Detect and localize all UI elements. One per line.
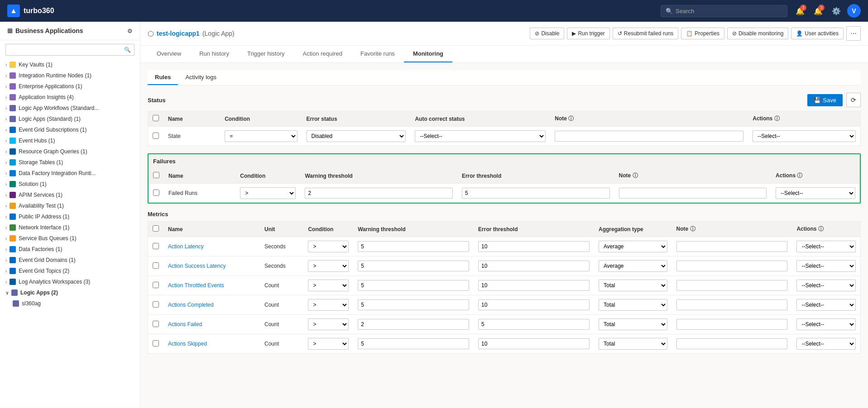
more-options-button[interactable]: ···	[846, 26, 861, 41]
metrics-row-checkbox-2[interactable]	[153, 282, 159, 288]
metrics-name-link-1[interactable]: Action Success Latency	[168, 263, 225, 269]
sidebar-item-key-vaults[interactable]: › Key Vaults (1)	[0, 59, 140, 70]
metrics-aggregation-select-4[interactable]: AverageTotalCountMinMax	[599, 318, 667, 330]
sub-tab-activity-logs[interactable]: Activity logs	[178, 70, 224, 85]
sidebar-item-public-ip[interactable]: › Public IP Address (1)	[0, 211, 140, 222]
metrics-actions-select-5[interactable]: --Select--NotifyAuto-fix	[796, 338, 856, 350]
metrics-error-input-1[interactable]	[478, 261, 590, 271]
metrics-note-input-0[interactable]	[676, 241, 788, 252]
metrics-warning-input-5[interactable]	[358, 338, 469, 349]
sidebar-item-event-grid-topics[interactable]: › Event Grid Topics (2)	[0, 266, 140, 276]
user-activities-button[interactable]: 👤 User activities	[791, 28, 844, 39]
sidebar-item-network-interface[interactable]: › Network Interface (1)	[0, 222, 140, 233]
failures-select-all-checkbox[interactable]	[153, 172, 159, 178]
sidebar-search-input[interactable]	[5, 44, 134, 56]
metrics-error-input-5[interactable]	[478, 338, 590, 349]
metrics-aggregation-select-0[interactable]: AverageTotalCountMinMax	[599, 241, 667, 252]
sidebar-item-logic-apps[interactable]: ∨ Logic Apps (2)	[0, 287, 140, 298]
global-search[interactable]: 🔍	[661, 5, 787, 17]
save-button[interactable]: 💾 Save	[807, 94, 843, 106]
sidebar-item-log-analytics[interactable]: › Log Analytics Workspaces (3)	[0, 276, 140, 287]
metrics-actions-select-3[interactable]: --Select--NotifyAuto-fix	[796, 299, 856, 311]
metrics-warning-input-3[interactable]	[358, 299, 469, 310]
metrics-actions-select-4[interactable]: --Select--NotifyAuto-fix	[796, 318, 856, 330]
sidebar-item-logic-apps-std[interactable]: › Logic Apps (Standard) (1)	[0, 114, 140, 124]
metrics-note-input-2[interactable]	[676, 280, 788, 291]
metrics-name-link-0[interactable]: Action Latency	[168, 243, 204, 250]
metrics-name-link-3[interactable]: Actions Completed	[168, 302, 214, 308]
metrics-aggregation-select-5[interactable]: AverageTotalCountMinMax	[599, 338, 667, 350]
metrics-row-checkbox-5[interactable]	[153, 340, 159, 346]
status-error-status-select[interactable]: Disabled Enabled Running Stopped	[307, 130, 406, 142]
metrics-aggregation-select-1[interactable]: AverageTotalCountMinMax	[599, 260, 667, 272]
settings-icon[interactable]: ⚙️	[829, 4, 844, 18]
tab-action-required[interactable]: Action required	[294, 46, 351, 62]
metrics-aggregation-select-2[interactable]: AverageTotalCountMinMax	[599, 280, 667, 291]
search-input[interactable]	[676, 8, 782, 14]
metrics-condition-select-5[interactable]: ><>=<==	[308, 338, 349, 350]
metrics-actions-select-2[interactable]: --Select--NotifyAuto-fix	[796, 280, 856, 291]
status-actions-select[interactable]: --Select-- Notify Auto-fix	[753, 130, 856, 142]
resubmit-failed-button[interactable]: ↺ Resubmit failed runs	[613, 28, 678, 39]
metrics-note-input-4[interactable]	[676, 319, 788, 330]
metrics-row-checkbox-3[interactable]	[153, 301, 159, 308]
disable-button[interactable]: ⊘ Disable	[530, 28, 564, 39]
sidebar-item-logic-app-workflows[interactable]: › Logic App Workflows (Standard...	[0, 103, 140, 114]
metrics-condition-select-0[interactable]: ><>=<==	[308, 241, 349, 252]
failures-row-checkbox[interactable]	[153, 190, 159, 196]
status-autocorrect-select[interactable]: --Select-- Yes No	[415, 130, 546, 142]
failures-actions-select[interactable]: --Select-- Notify Auto-fix	[776, 187, 855, 199]
metrics-warning-input-1[interactable]	[358, 261, 469, 271]
metrics-select-all-checkbox[interactable]	[153, 225, 159, 232]
sidebar-item-event-hubs[interactable]: › Event Hubs (1)	[0, 135, 140, 146]
metrics-name-link-2[interactable]: Action Throttled Events	[168, 282, 224, 289]
metrics-condition-select-4[interactable]: ><>=<==	[308, 318, 349, 330]
sidebar-item-event-grid-subs[interactable]: › Event Grid Subscriptions (1)	[0, 124, 140, 135]
tab-favorite-runs[interactable]: Favorite runs	[351, 46, 404, 62]
metrics-error-input-3[interactable]	[478, 299, 590, 310]
metrics-aggregation-select-3[interactable]: AverageTotalCountMinMax	[599, 299, 667, 311]
failures-error-input[interactable]	[462, 188, 610, 199]
tab-trigger-history[interactable]: Trigger history	[238, 46, 294, 62]
sidebar-item-solution[interactable]: › Solution (1)	[0, 179, 140, 190]
sidebar-item-event-grid-domains[interactable]: › Event Grid Domains (1)	[0, 255, 140, 266]
sidebar-item-integration-runtime[interactable]: › Integration Runtime Nodes (1)	[0, 70, 140, 81]
properties-button[interactable]: 📋 Properties	[681, 28, 724, 39]
status-note-input[interactable]	[555, 131, 743, 142]
metrics-row-checkbox-1[interactable]	[153, 262, 159, 269]
sidebar-item-availability[interactable]: › Availability Test (1)	[0, 200, 140, 211]
sidebar-item-apim[interactable]: › APIM Services (1)	[0, 190, 140, 200]
metrics-row-checkbox-4[interactable]	[153, 321, 159, 327]
sidebar-item-app-insights[interactable]: › Application Insights (4)	[0, 92, 140, 103]
sidebar-settings-icon[interactable]: ⚙	[127, 28, 133, 34]
sidebar-item-enterprise-apps[interactable]: › Enterprise Applications (1)	[0, 81, 140, 92]
status-select-all-checkbox[interactable]	[153, 115, 159, 121]
avatar[interactable]: V	[847, 4, 861, 18]
metrics-warning-input-4[interactable]	[358, 319, 469, 330]
notification-bell-1[interactable]: 🔔 3	[793, 4, 807, 18]
metrics-error-input-0[interactable]	[478, 241, 590, 252]
notification-bell-2[interactable]: 🔔 3	[811, 4, 825, 18]
status-row-checkbox[interactable]	[153, 133, 159, 139]
tab-overview[interactable]: Overview	[148, 46, 190, 62]
metrics-warning-input-0[interactable]	[358, 241, 469, 252]
status-condition-select[interactable]: =	[225, 130, 297, 142]
metrics-error-input-2[interactable]	[478, 280, 590, 291]
sidebar-item-service-bus[interactable]: › Service Bus Queues (1)	[0, 233, 140, 244]
sub-tab-rules[interactable]: Rules	[148, 70, 178, 85]
sidebar-item-storage-tables[interactable]: › Storage Tables (1)	[0, 157, 140, 168]
sidebar-item-resource-graph[interactable]: › Resource Graph Queries (1)	[0, 146, 140, 157]
tab-monitoring[interactable]: Monitoring	[404, 46, 452, 62]
metrics-condition-select-3[interactable]: ><>=<==	[308, 299, 349, 311]
failures-condition-select[interactable]: > <	[240, 187, 296, 199]
metrics-actions-select-1[interactable]: --Select--NotifyAuto-fix	[796, 260, 856, 272]
sidebar-item-data-factories[interactable]: › Data Factories (1)	[0, 244, 140, 255]
metrics-note-input-1[interactable]	[676, 261, 788, 271]
refresh-button[interactable]: ⟳	[846, 93, 861, 107]
metrics-condition-select-2[interactable]: ><>=<==	[308, 280, 349, 291]
metrics-actions-select-0[interactable]: --Select--NotifyAuto-fix	[796, 241, 856, 252]
disable-monitoring-button[interactable]: ⊘ Disable monitoring	[727, 28, 788, 39]
tab-run-history[interactable]: Run history	[190, 46, 238, 62]
metrics-note-input-5[interactable]	[676, 338, 788, 349]
sidebar-subitem-sl360ag[interactable]: sl360ag	[0, 298, 140, 309]
